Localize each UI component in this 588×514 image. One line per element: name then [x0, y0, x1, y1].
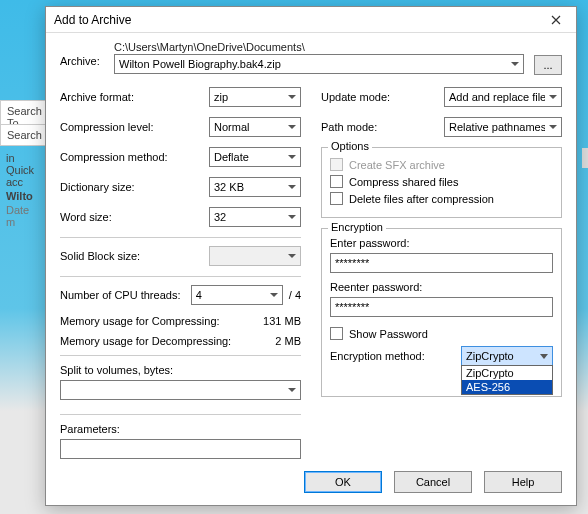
threads-select[interactable]	[191, 285, 283, 305]
level-select[interactable]	[209, 117, 301, 137]
delete-after-label: Delete files after compression	[349, 193, 494, 205]
delete-after-checkbox[interactable]	[330, 192, 343, 205]
shared-checkbox-row[interactable]: Compress shared files	[330, 175, 553, 188]
help-button[interactable]: Help	[484, 471, 562, 493]
enc-method-select[interactable]: ZipCrypto	[461, 346, 553, 366]
split-label: Split to volumes, bytes:	[60, 364, 301, 376]
enc-option-aes256[interactable]: AES-256	[462, 380, 552, 394]
solid-select	[209, 246, 301, 266]
close-icon	[551, 12, 561, 28]
divider	[60, 276, 301, 277]
ok-button[interactable]: OK	[304, 471, 382, 493]
enc-method-label: Encryption method:	[330, 350, 461, 362]
password-input[interactable]	[330, 253, 553, 273]
bg-search: Search	[0, 124, 46, 146]
word-select[interactable]	[209, 207, 301, 227]
mem-decomp-value: 2 MB	[241, 335, 301, 347]
show-pw-label: Show Password	[349, 328, 428, 340]
divider	[60, 237, 301, 238]
mem-decomp-label: Memory usage for Decompressing:	[60, 335, 241, 347]
threads-label: Number of CPU threads:	[60, 289, 191, 301]
sfx-label: Create SFX archive	[349, 159, 445, 171]
password-reenter-input[interactable]	[330, 297, 553, 317]
add-to-archive-dialog: Add to Archive Archive: C:\Users\Martyn\…	[45, 6, 577, 506]
encryption-legend: Encryption	[328, 221, 386, 233]
close-button[interactable]	[536, 7, 576, 33]
update-select[interactable]	[444, 87, 562, 107]
delete-after-checkbox-row[interactable]: Delete files after compression	[330, 192, 553, 205]
mem-comp-value: 131 MB	[241, 315, 301, 327]
dict-select[interactable]	[209, 177, 301, 197]
chevron-down-icon	[540, 350, 548, 362]
options-group: Options Create SFX archive Compress shar…	[321, 147, 562, 218]
archive-label: Archive:	[60, 41, 104, 67]
split-combo[interactable]	[60, 380, 301, 400]
titlebar[interactable]: Add to Archive	[46, 7, 576, 33]
enc-option-zipcrypto[interactable]: ZipCrypto	[462, 366, 552, 380]
update-label: Update mode:	[321, 91, 444, 103]
level-label: Compression level:	[60, 121, 209, 133]
dialog-title: Add to Archive	[54, 13, 536, 27]
shared-checkbox[interactable]	[330, 175, 343, 188]
reenter-pw-label: Reenter password:	[330, 281, 553, 293]
show-pw-checkbox[interactable]	[330, 327, 343, 340]
bg-date-m: Date m	[0, 200, 36, 232]
enter-pw-label: Enter password:	[330, 237, 553, 249]
divider	[60, 355, 301, 356]
params-label: Parameters:	[60, 423, 301, 435]
show-pw-row[interactable]: Show Password	[330, 327, 553, 340]
archive-file-combo[interactable]	[114, 54, 524, 74]
sfx-checkbox	[330, 158, 343, 171]
method-label: Compression method:	[60, 151, 209, 163]
divider	[60, 414, 301, 415]
encryption-group: Encryption Enter password: Reenter passw…	[321, 228, 562, 397]
browse-button[interactable]: ...	[534, 55, 562, 75]
path-select[interactable]	[444, 117, 562, 137]
format-select[interactable]	[209, 87, 301, 107]
threads-total: / 4	[289, 289, 301, 301]
cancel-button[interactable]: Cancel	[394, 471, 472, 493]
word-label: Word size:	[60, 211, 209, 223]
path-label: Path mode:	[321, 121, 444, 133]
dialog-footer: OK Cancel Help	[46, 461, 576, 505]
solid-label: Solid Block size:	[60, 250, 209, 262]
enc-method-dropdown[interactable]: ZipCrypto AES-256	[461, 365, 553, 395]
archive-dir: C:\Users\Martyn\OneDrive\Documents\	[114, 41, 524, 54]
method-select[interactable]	[209, 147, 301, 167]
params-input[interactable]	[60, 439, 301, 459]
enc-method-value: ZipCrypto	[466, 350, 514, 362]
options-legend: Options	[328, 140, 372, 152]
dict-label: Dictionary size:	[60, 181, 209, 193]
shared-label: Compress shared files	[349, 176, 458, 188]
mem-comp-label: Memory usage for Compressing:	[60, 315, 241, 327]
bg-scrollbar	[582, 148, 588, 168]
sfx-checkbox-row: Create SFX archive	[330, 158, 553, 171]
format-label: Archive format:	[60, 91, 209, 103]
